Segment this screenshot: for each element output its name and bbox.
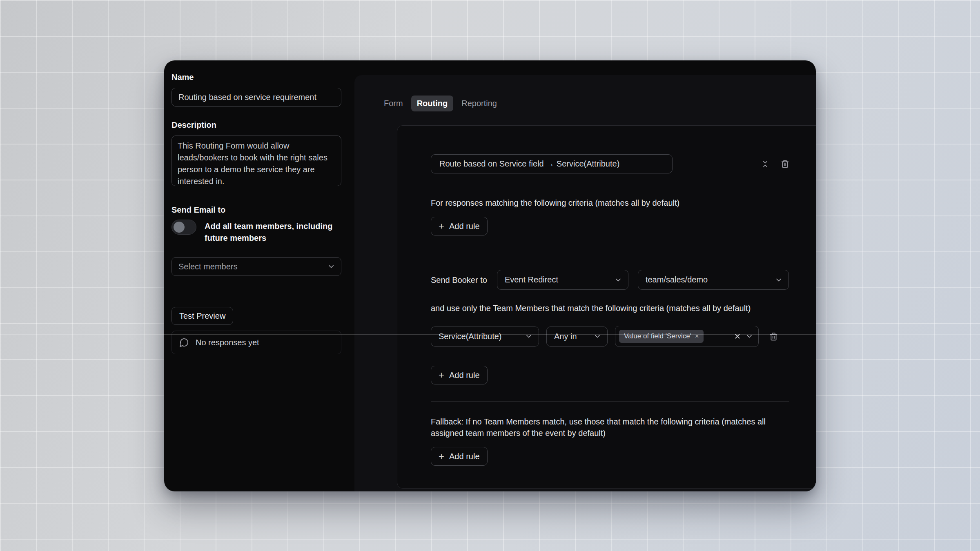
- value-tag-text: Value of field 'Service': [624, 332, 691, 340]
- add-rule-button-criteria[interactable]: + Add rule: [431, 217, 488, 236]
- add-rule-label: Add rule: [449, 222, 480, 231]
- divider: [431, 252, 789, 252]
- value-tag[interactable]: Value of field 'Service' ×: [619, 330, 704, 343]
- team-criteria-text: and use only the Team Members that match…: [431, 302, 789, 314]
- no-responses-box: No responses yet: [172, 331, 341, 354]
- send-email-label: Send Email to: [172, 205, 341, 215]
- delete-rule-trash-icon[interactable]: [769, 332, 778, 341]
- operator-select[interactable]: Any in: [546, 327, 608, 347]
- select-members-dropdown[interactable]: Select members: [172, 257, 341, 276]
- toggle-knob: [174, 222, 185, 233]
- chevron-down-icon: [775, 276, 783, 284]
- redirect-type-select[interactable]: Event Redirect: [497, 270, 628, 290]
- add-all-members-row: Add all team members, including future m…: [172, 220, 341, 244]
- redirect-type-value: Event Redirect: [505, 275, 558, 284]
- chevron-down-icon: [327, 262, 335, 271]
- send-booker-label: Send Booker to: [431, 274, 487, 286]
- name-label: Name: [172, 73, 341, 82]
- sidebar: Name Description This Routing Form would…: [164, 60, 354, 491]
- test-preview-button[interactable]: Test Preview: [172, 307, 233, 325]
- chevron-down-icon: [593, 332, 601, 340]
- redirect-target-value: team/sales/demo: [646, 275, 708, 284]
- tab-routing[interactable]: Routing: [411, 96, 454, 111]
- plus-icon: +: [439, 221, 444, 231]
- tab-reporting[interactable]: Reporting: [456, 96, 503, 111]
- delete-route-trash-icon[interactable]: [781, 160, 789, 168]
- chevron-down-icon: [614, 276, 622, 284]
- no-responses-text: No responses yet: [196, 338, 259, 347]
- attribute-value: Service(Attribute): [439, 332, 502, 341]
- divider: [431, 401, 789, 402]
- main-area: Form Routing Reporting Route based on Se…: [354, 60, 816, 491]
- plus-icon: +: [439, 370, 444, 380]
- page-background: Name Description This Routing Form would…: [0, 0, 980, 551]
- criteria-text: For responses matching the following cri…: [431, 197, 789, 209]
- redirect-target-select[interactable]: team/sales/demo: [638, 270, 789, 290]
- collapse-icon[interactable]: [761, 160, 769, 168]
- add-rule-label: Add rule: [449, 371, 480, 380]
- name-input[interactable]: [172, 88, 341, 107]
- route-header: Route based on Service field → Service(A…: [431, 154, 789, 173]
- add-rule-label: Add rule: [449, 452, 480, 461]
- plus-icon: +: [439, 451, 444, 461]
- chevron-down-icon: [525, 332, 533, 340]
- attribute-select[interactable]: Service(Attribute): [431, 327, 539, 347]
- value-multiselect[interactable]: Value of field 'Service' ×: [615, 326, 759, 347]
- add-rule-button-members[interactable]: + Add rule: [431, 366, 488, 384]
- tag-remove-icon[interactable]: ×: [695, 333, 699, 340]
- multiselect-actions: [734, 332, 753, 340]
- route-name-text: Route based on Service field → Service(A…: [439, 159, 619, 169]
- operator-value: Any in: [554, 332, 577, 341]
- route-card: Route based on Service field → Service(A…: [397, 125, 816, 489]
- fallback-text: Fallback: If no Team Members match, use …: [431, 416, 789, 439]
- add-all-members-label: Add all team members, including future m…: [205, 220, 341, 244]
- chevron-down-icon[interactable]: [745, 332, 753, 340]
- tab-form[interactable]: Form: [378, 96, 409, 111]
- routing-form-window: Name Description This Routing Form would…: [164, 60, 816, 491]
- add-rule-button-fallback[interactable]: + Add rule: [431, 447, 488, 466]
- route-name-select[interactable]: Route based on Service field → Service(A…: [431, 154, 673, 173]
- description-textarea[interactable]: This Routing Form would allow leads/book…: [172, 136, 341, 186]
- main-surface: Form Routing Reporting Route based on Se…: [354, 75, 816, 491]
- send-booker-row: Send Booker to Event Redirect team/sales…: [431, 270, 789, 290]
- clear-x-icon[interactable]: [734, 333, 741, 340]
- add-all-members-toggle[interactable]: [172, 220, 196, 235]
- tab-bar: Form Routing Reporting: [378, 96, 816, 111]
- description-label: Description: [172, 120, 341, 130]
- attribute-rule-row: Service(Attribute) Any in: [431, 326, 789, 347]
- select-members-placeholder: Select members: [178, 262, 238, 271]
- message-circle-icon: [179, 338, 189, 347]
- route-header-actions: [761, 160, 789, 168]
